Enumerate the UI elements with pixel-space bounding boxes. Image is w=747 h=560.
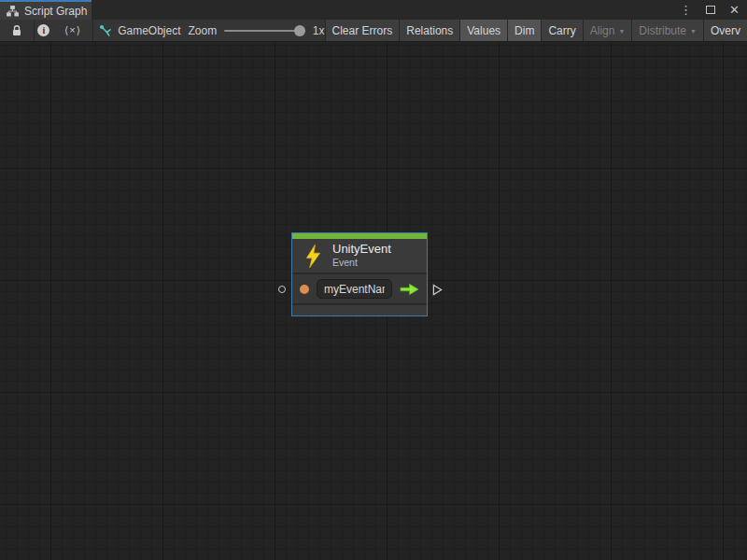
target-label: GameObject xyxy=(118,24,180,37)
align-dropdown[interactable]: Align ▼ xyxy=(583,20,632,41)
node-titles: UnityEvent Event xyxy=(332,243,391,269)
tab-script-graph[interactable]: Script Graph xyxy=(0,0,92,20)
chevron-down-icon: ▼ xyxy=(618,28,625,35)
toolbar-buttons: Clear Errors Relations Values Dim Carry … xyxy=(325,20,747,41)
clear-errors-button[interactable]: Clear Errors xyxy=(325,20,400,41)
node-subtitle: Event xyxy=(332,257,391,269)
lightning-bolt-icon xyxy=(304,245,322,268)
trigger-arrow-icon[interactable] xyxy=(400,283,419,296)
gameobject-icon xyxy=(99,24,112,37)
node-header[interactable]: UnityEvent Event xyxy=(292,239,427,274)
lock-button[interactable] xyxy=(0,20,34,41)
info-icon: i xyxy=(37,24,49,36)
dim-toggle[interactable]: Dim xyxy=(507,20,541,41)
graph-icon xyxy=(7,6,19,17)
event-name-field[interactable] xyxy=(317,279,392,299)
graph-toolbar: i ⟨×⟩ GameObject Zoom 1x Clear Errors xyxy=(0,20,747,42)
graph-canvas[interactable]: UnityEvent Event xyxy=(0,43,747,560)
variables-icon: ⟨×⟩ xyxy=(64,24,81,36)
zoom-slider-handle[interactable] xyxy=(294,25,305,36)
carry-toggle[interactable]: Carry xyxy=(541,20,582,41)
zoom-control: Zoom 1x xyxy=(181,20,325,41)
zoom-value: 1x xyxy=(313,24,325,37)
info-button[interactable]: i xyxy=(35,20,53,41)
target-gameobject[interactable]: GameObject xyxy=(93,20,180,41)
tab-bar: Script Graph ⋮ ✕ xyxy=(0,0,747,20)
values-toggle[interactable]: Values xyxy=(459,20,507,41)
zoom-slider-track-line xyxy=(224,30,305,32)
edit-variables-button[interactable]: ⟨×⟩ xyxy=(53,20,93,41)
maximize-icon[interactable] xyxy=(706,6,715,14)
close-icon[interactable]: ✕ xyxy=(729,4,740,16)
menu-icon[interactable]: ⋮ xyxy=(680,4,692,16)
zoom-slider-track[interactable] xyxy=(224,20,305,41)
node-title: UnityEvent xyxy=(332,243,391,257)
tab-title: Script Graph xyxy=(24,5,87,18)
window-controls: ⋮ ✕ xyxy=(680,0,740,20)
relations-button[interactable]: Relations xyxy=(399,20,459,41)
node-port-row xyxy=(292,274,427,303)
overview-button[interactable]: Overv xyxy=(703,20,747,41)
trigger-output-port[interactable] xyxy=(432,284,443,296)
unity-event-node[interactable]: UnityEvent Event xyxy=(291,232,428,316)
node-input-port[interactable] xyxy=(278,286,286,293)
node-footer xyxy=(292,303,427,312)
chevron-down-icon: ▼ xyxy=(690,28,697,35)
lock-icon xyxy=(10,24,23,37)
zoom-label: Zoom xyxy=(189,24,218,37)
distribute-dropdown[interactable]: Distribute ▼ xyxy=(631,20,703,41)
string-input-port[interactable] xyxy=(300,285,309,294)
